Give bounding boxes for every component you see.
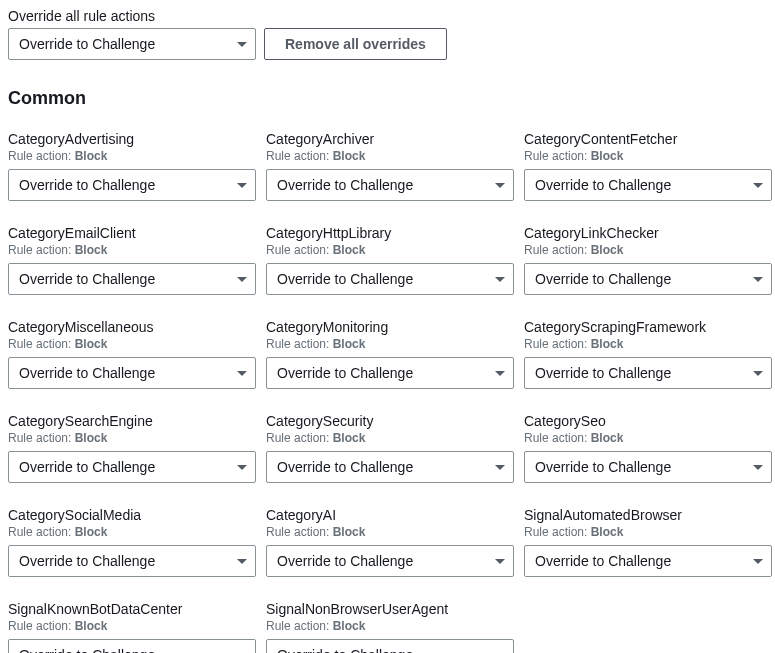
- rule-override-select-display[interactable]: Override to Challenge: [8, 357, 256, 389]
- rule-override-select[interactable]: Override to Challenge: [266, 263, 514, 295]
- rule-action-prefix: Rule action:: [524, 525, 591, 539]
- caret-down-icon: [753, 277, 763, 282]
- rule-override-select-value: Override to Challenge: [535, 365, 671, 381]
- rule-action-prefix: Rule action:: [8, 149, 75, 163]
- caret-down-icon: [753, 559, 763, 564]
- remove-all-overrides-button[interactable]: Remove all overrides: [264, 28, 447, 60]
- rule-action-line: Rule action: Block: [8, 525, 256, 539]
- rule-action-prefix: Rule action:: [8, 243, 75, 257]
- rule-name: SignalKnownBotDataCenter: [8, 601, 256, 617]
- rule-name: CategoryEmailClient: [8, 225, 256, 241]
- rule-override-select-display[interactable]: Override to Challenge: [266, 357, 514, 389]
- rule-override-select[interactable]: Override to Challenge: [266, 357, 514, 389]
- rule-override-select[interactable]: Override to Challenge: [524, 263, 772, 295]
- rule-action-prefix: Rule action:: [8, 337, 75, 351]
- rule-override-select-value: Override to Challenge: [535, 271, 671, 287]
- rule-item: CategoryContentFetcherRule action: Block…: [524, 131, 772, 201]
- caret-down-icon: [237, 42, 247, 47]
- rule-action-line: Rule action: Block: [266, 243, 514, 257]
- rule-item: CategoryArchiverRule action: BlockOverri…: [266, 131, 514, 201]
- rule-name: CategorySearchEngine: [8, 413, 256, 429]
- rule-override-select-value: Override to Challenge: [19, 647, 155, 653]
- rule-name: SignalAutomatedBrowser: [524, 507, 772, 523]
- rule-action-value: Block: [591, 525, 624, 539]
- rule-override-select[interactable]: Override to Challenge: [524, 169, 772, 201]
- rule-item: CategoryHttpLibraryRule action: BlockOve…: [266, 225, 514, 295]
- rule-override-select[interactable]: Override to Challenge: [8, 545, 256, 577]
- rule-override-select-value: Override to Challenge: [277, 271, 413, 287]
- rule-override-select[interactable]: Override to Challenge: [8, 639, 256, 653]
- rule-override-select-value: Override to Challenge: [277, 553, 413, 569]
- rule-override-select[interactable]: Override to Challenge: [524, 451, 772, 483]
- caret-down-icon: [237, 183, 247, 188]
- section-title-common: Common: [8, 88, 767, 109]
- top-controls-row: Override to Challenge Remove all overrid…: [8, 28, 767, 60]
- rule-action-prefix: Rule action:: [8, 619, 75, 633]
- rule-action-value: Block: [75, 431, 108, 445]
- rule-name: CategoryHttpLibrary: [266, 225, 514, 241]
- rule-action-line: Rule action: Block: [8, 149, 256, 163]
- rule-action-line: Rule action: Block: [8, 243, 256, 257]
- rule-override-select-display[interactable]: Override to Challenge: [8, 545, 256, 577]
- rule-item: CategoryEmailClientRule action: BlockOve…: [8, 225, 256, 295]
- rule-override-select-display[interactable]: Override to Challenge: [8, 263, 256, 295]
- override-all-select[interactable]: Override to Challenge: [8, 28, 256, 60]
- rule-override-select-display[interactable]: Override to Challenge: [524, 545, 772, 577]
- rule-action-value: Block: [591, 243, 624, 257]
- rule-override-select-display[interactable]: Override to Challenge: [266, 639, 514, 653]
- rule-override-select-display[interactable]: Override to Challenge: [266, 545, 514, 577]
- rule-override-select-display[interactable]: Override to Challenge: [266, 169, 514, 201]
- rule-override-select[interactable]: Override to Challenge: [8, 169, 256, 201]
- rule-override-select-value: Override to Challenge: [19, 177, 155, 193]
- rule-override-select[interactable]: Override to Challenge: [524, 545, 772, 577]
- caret-down-icon: [237, 277, 247, 282]
- caret-down-icon: [495, 371, 505, 376]
- caret-down-icon: [495, 277, 505, 282]
- rule-override-select-display[interactable]: Override to Challenge: [524, 169, 772, 201]
- rule-override-select-display[interactable]: Override to Challenge: [8, 169, 256, 201]
- caret-down-icon: [237, 465, 247, 470]
- override-all-select-value: Override to Challenge: [19, 36, 155, 52]
- rule-action-line: Rule action: Block: [8, 337, 256, 351]
- rule-override-select[interactable]: Override to Challenge: [8, 263, 256, 295]
- rule-override-select-display[interactable]: Override to Challenge: [8, 451, 256, 483]
- rule-override-select-display[interactable]: Override to Challenge: [524, 451, 772, 483]
- rule-override-select-display[interactable]: Override to Challenge: [8, 639, 256, 653]
- rule-action-line: Rule action: Block: [524, 525, 772, 539]
- rule-override-select-value: Override to Challenge: [535, 459, 671, 475]
- rule-override-select[interactable]: Override to Challenge: [8, 451, 256, 483]
- rule-override-select-value: Override to Challenge: [19, 553, 155, 569]
- rule-item: SignalAutomatedBrowserRule action: Block…: [524, 507, 772, 577]
- rule-action-value: Block: [333, 619, 366, 633]
- rule-override-select-display[interactable]: Override to Challenge: [266, 451, 514, 483]
- rule-action-value: Block: [75, 149, 108, 163]
- rule-override-select-value: Override to Challenge: [535, 553, 671, 569]
- rule-override-select[interactable]: Override to Challenge: [266, 545, 514, 577]
- rule-override-select-value: Override to Challenge: [277, 365, 413, 381]
- caret-down-icon: [495, 465, 505, 470]
- rule-item: SignalNonBrowserUserAgentRule action: Bl…: [266, 601, 514, 653]
- rule-action-prefix: Rule action:: [266, 431, 333, 445]
- rule-action-line: Rule action: Block: [266, 619, 514, 633]
- rule-action-line: Rule action: Block: [266, 337, 514, 351]
- rule-name: CategorySeo: [524, 413, 772, 429]
- rule-override-select-display[interactable]: Override to Challenge: [266, 263, 514, 295]
- override-all-select-display[interactable]: Override to Challenge: [8, 28, 256, 60]
- rule-override-select[interactable]: Override to Challenge: [524, 357, 772, 389]
- rule-override-select-display[interactable]: Override to Challenge: [524, 357, 772, 389]
- caret-down-icon: [495, 183, 505, 188]
- rule-action-prefix: Rule action:: [524, 431, 591, 445]
- rule-override-select[interactable]: Override to Challenge: [266, 639, 514, 653]
- rule-override-select[interactable]: Override to Challenge: [8, 357, 256, 389]
- rule-override-select-display[interactable]: Override to Challenge: [524, 263, 772, 295]
- rule-name: CategoryArchiver: [266, 131, 514, 147]
- rule-action-prefix: Rule action:: [8, 431, 75, 445]
- rule-item: CategorySocialMediaRule action: BlockOve…: [8, 507, 256, 577]
- rule-action-value: Block: [591, 149, 624, 163]
- rule-override-select[interactable]: Override to Challenge: [266, 169, 514, 201]
- rule-item: CategoryAdvertisingRule action: BlockOve…: [8, 131, 256, 201]
- rule-item: CategoryMiscellaneousRule action: BlockO…: [8, 319, 256, 389]
- rule-name: CategoryAI: [266, 507, 514, 523]
- rule-action-value: Block: [591, 431, 624, 445]
- rule-override-select[interactable]: Override to Challenge: [266, 451, 514, 483]
